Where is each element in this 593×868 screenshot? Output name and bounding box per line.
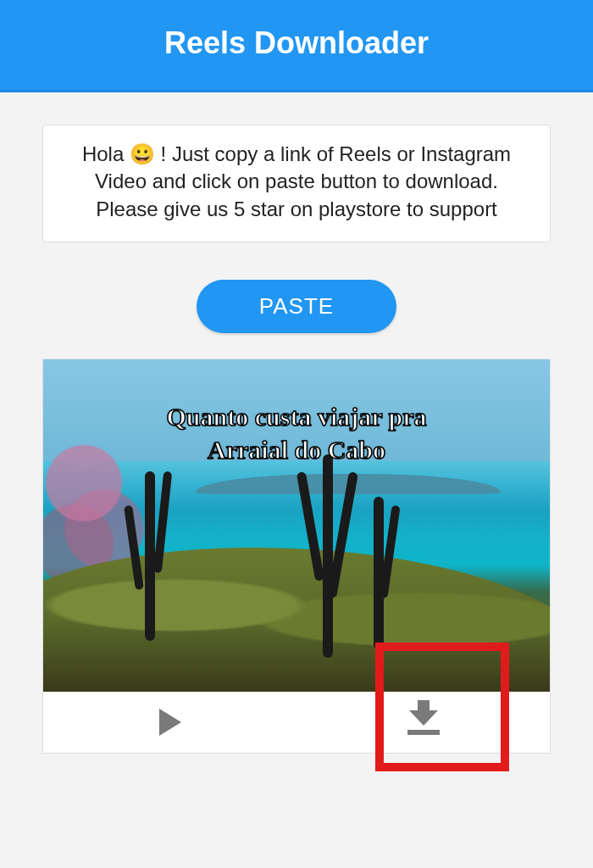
video-caption: Quanto custa viajar pra Arraial do Cabo — [43, 400, 550, 466]
video-card: Quanto custa viajar pra Arraial do Cabo — [42, 359, 551, 754]
info-card: Hola 😀 ! Just copy a link of Reels or In… — [42, 125, 551, 242]
app-title: Reels Downloader — [164, 25, 429, 60]
video-thumbnail[interactable]: Quanto custa viajar pra Arraial do Cabo — [43, 359, 550, 692]
download-button[interactable] — [296, 692, 550, 753]
video-actions — [43, 692, 550, 753]
paste-button[interactable]: PASTE — [197, 280, 396, 333]
info-message: Hola 😀 ! Just copy a link of Reels or In… — [82, 142, 511, 220]
app-header: Reels Downloader — [0, 0, 593, 92]
download-icon — [407, 710, 440, 735]
paste-button-label: PASTE — [259, 293, 334, 319]
main-content: Hola 😀 ! Just copy a link of Reels or In… — [0, 92, 593, 754]
play-icon — [159, 709, 181, 736]
play-button[interactable] — [43, 692, 296, 753]
